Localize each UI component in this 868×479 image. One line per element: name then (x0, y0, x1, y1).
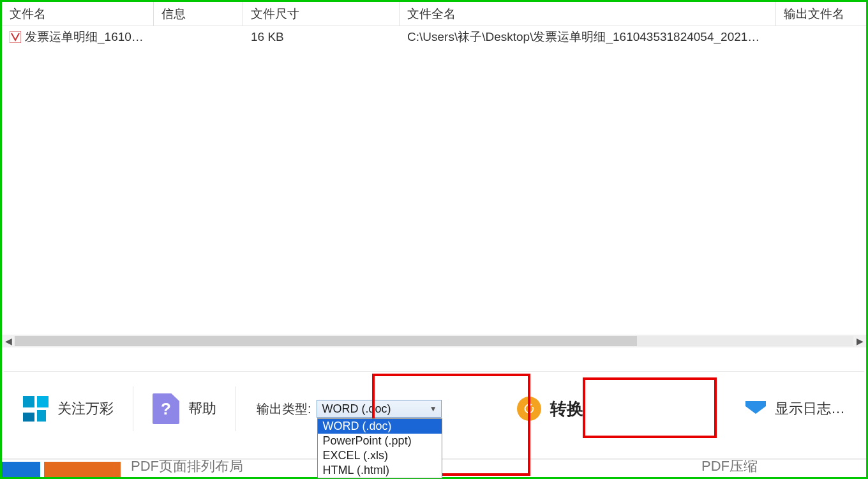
option-ppt[interactable]: PowerPoint (.ppt) (318, 434, 442, 448)
output-type-combobox[interactable]: WORD (.doc) ▼ WORD (.doc) PowerPoint (.p… (317, 400, 442, 418)
col-header-fullname[interactable]: 文件全名 (400, 2, 776, 26)
cell-name: 发票运单明细_1610… (25, 29, 144, 45)
chevron-down-icon: ▼ (430, 404, 437, 413)
output-type-label: 输出类型: (257, 400, 311, 418)
cell-outname (776, 34, 866, 40)
cell-size: 16 KB (243, 27, 400, 47)
col-header-name[interactable]: 文件名 (2, 2, 154, 26)
help-label: 帮助 (188, 399, 216, 418)
convert-label: 转换 (550, 398, 583, 420)
bottom-tab-left[interactable]: PDF页面排列布局 (124, 458, 262, 477)
pdf-icon (10, 31, 21, 43)
scroll-track[interactable] (15, 336, 853, 346)
bottom-toolbar: 关注万彩 ? 帮助 输出类型: WORD (.doc) ▼ WORD (.doc… (4, 371, 864, 446)
scroll-right-arrow[interactable]: ▶ (853, 335, 866, 347)
col-header-size[interactable]: 文件尺寸 (243, 2, 400, 26)
table-row[interactable]: 发票运单明细_1610… 16 KB C:\Users\袜子\Desktop\发… (2, 26, 866, 48)
option-xls[interactable]: EXCEL (.xls) (318, 448, 442, 463)
scroll-thumb[interactable] (15, 336, 637, 346)
qr-icon (23, 396, 49, 422)
option-word[interactable]: WORD (.doc) (318, 419, 442, 434)
output-type-selected: WORD (.doc) (322, 402, 391, 416)
output-type-dropdown[interactable]: WORD (.doc) PowerPoint (.ppt) EXCEL (.xl… (317, 418, 442, 478)
convert-button[interactable]: 转换 (504, 390, 596, 427)
scroll-left-arrow[interactable]: ◀ (2, 335, 15, 347)
dropdown-icon (745, 401, 766, 416)
output-type-group: 输出类型: WORD (.doc) ▼ WORD (.doc) PowerPoi… (236, 400, 447, 418)
tab-chip[interactable] (44, 462, 121, 477)
file-list[interactable]: 发票运单明细_1610… 16 KB C:\Users\袜子\Desktop\发… (2, 26, 866, 335)
app-window: 文件名 信息 文件尺寸 文件全名 输出文件名 发票运单明细_1610… 16 K… (0, 0, 868, 479)
help-button[interactable]: ? 帮助 (133, 386, 236, 431)
bottom-tab-right[interactable]: PDF压缩 (695, 458, 777, 477)
tab-chip[interactable] (2, 462, 40, 477)
follow-label: 关注万彩 (57, 399, 114, 418)
option-html[interactable]: HTML (.html) (318, 463, 442, 478)
horizontal-scrollbar[interactable]: ◀ ▶ (2, 335, 866, 347)
table-header: 文件名 信息 文件尺寸 文件全名 输出文件名 (2, 2, 866, 26)
follow-button[interactable]: 关注万彩 (4, 386, 133, 431)
show-log-button[interactable]: 显示日志… (726, 386, 864, 431)
cell-info (154, 34, 243, 40)
refresh-icon (517, 397, 541, 421)
show-log-label: 显示日志… (775, 399, 845, 418)
cell-fullname: C:\Users\袜子\Desktop\发票运单明细_1610435318240… (400, 26, 776, 48)
col-header-outname[interactable]: 输出文件名 (776, 2, 866, 26)
col-header-info[interactable]: 信息 (154, 2, 243, 26)
help-icon: ? (153, 393, 179, 424)
